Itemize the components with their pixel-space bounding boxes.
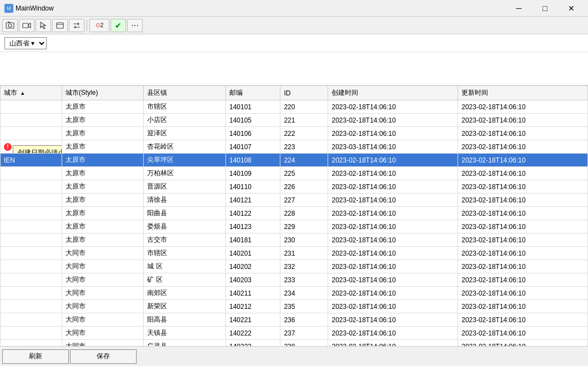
col-header-zip[interactable]: 邮编 bbox=[225, 86, 280, 100]
table-row[interactable]: tEN太原市尖草坪区1401082242023-02-18T14:06:1020… bbox=[1, 154, 588, 167]
toolbar: ⊙2 ✔ ⋯ bbox=[0, 17, 588, 34]
bottom-bar: 刷新 保存 bbox=[0, 346, 588, 366]
cell-updated: 2023-02-18T14:06:10 bbox=[458, 313, 588, 327]
table-row[interactable]: 太原市万柏林区1401092252023-02-18T14:06:102023-… bbox=[1, 167, 588, 180]
cell-city bbox=[1, 287, 62, 300]
table-row[interactable]: 太原市清徐县1401212272023-02-18T14:06:102023-0… bbox=[1, 194, 588, 207]
cell-county: 南郊区 bbox=[144, 287, 226, 300]
col-header-county[interactable]: 县区镇 bbox=[144, 86, 226, 100]
cell-city bbox=[1, 220, 62, 233]
col-header-updated[interactable]: 更新时间 bbox=[458, 86, 588, 100]
table-row[interactable]: 大同市阳高县1402212362023-02-18T14:06:102023-0… bbox=[1, 313, 588, 327]
cell-updated: 2023-02-18T14:06:10 bbox=[458, 167, 588, 180]
cell-city-style: 太原市 bbox=[62, 114, 144, 127]
spacer-area bbox=[0, 52, 588, 85]
cell-city: tEN bbox=[1, 154, 62, 167]
minimize-button[interactable]: ─ bbox=[506, 0, 531, 17]
cell-zip: 140221 bbox=[225, 313, 280, 327]
cell-city bbox=[1, 194, 62, 207]
table-row[interactable]: 大同市天镇县1402222372023-02-18T14:06:102023-0… bbox=[1, 327, 588, 340]
tb-exchange-icon[interactable] bbox=[69, 19, 84, 32]
cell-city bbox=[1, 100, 62, 114]
cell-updated: 2023-02-18T14:06:10 bbox=[458, 327, 588, 340]
cell-updated: 2023-02-18T14:06:10 bbox=[458, 340, 588, 347]
app-icon: M bbox=[4, 4, 13, 13]
tb-screenshot-icon[interactable] bbox=[2, 19, 18, 32]
col-header-id[interactable]: ID bbox=[280, 86, 328, 100]
tb-more-icon[interactable]: ⋯ bbox=[127, 19, 143, 32]
data-table: 城市 ▲ 城市(Style) 县区镇 邮编 ID 创建时间 更新时间 太原市市辖… bbox=[0, 85, 588, 346]
cell-city bbox=[1, 180, 62, 194]
table-row[interactable]: 大同市城 区1402022322023-02-18T14:06:102023-0… bbox=[1, 260, 588, 273]
cell-id: 225 bbox=[280, 167, 328, 180]
cell-created: 2023-02-18T14:06:10 bbox=[328, 194, 458, 207]
province-select[interactable]: 山西省 ▾ 北京市 河北省 bbox=[4, 37, 47, 49]
svg-marker-4 bbox=[28, 23, 31, 28]
table-row[interactable]: 太原市市辖区1401012202023-02-18T14:06:102023-0… bbox=[1, 100, 588, 114]
cell-zip: 140101 bbox=[225, 100, 280, 114]
table-row[interactable]: 太原市阳曲县1401222282023-02-18T14:06:102023-0… bbox=[1, 207, 588, 220]
cell-id: 230 bbox=[280, 233, 328, 247]
cell-updated: 2023-02-18T14:06:10 bbox=[458, 247, 588, 260]
tb-select-icon[interactable] bbox=[36, 19, 51, 32]
cell-zip: 140110 bbox=[225, 180, 280, 194]
refresh-button[interactable]: 刷新 bbox=[2, 349, 69, 364]
table-row[interactable]: 太原市小店区1401052212023-02-18T14:06:102023-0… bbox=[1, 114, 588, 127]
maximize-button[interactable]: □ bbox=[532, 0, 557, 17]
cell-city bbox=[1, 340, 62, 347]
cell-county: 矿 区 bbox=[144, 273, 226, 287]
cell-created: 2023-02-18T14:06:10 bbox=[328, 260, 458, 273]
svg-point-2 bbox=[8, 24, 12, 27]
tb-video-icon[interactable] bbox=[19, 19, 34, 32]
cell-id: 223 bbox=[280, 140, 328, 154]
table-row[interactable]: 太原市迎泽区1401062222023-02-18T14:06:102023-0… bbox=[1, 127, 588, 140]
cell-county: 迎泽区 bbox=[144, 127, 226, 140]
table-row[interactable]: 太原市古交市1401812302023-02-18T14:06:102023-0… bbox=[1, 233, 588, 247]
data-table-container[interactable]: 城市 ▲ 城市(Style) 县区镇 邮编 ID 创建时间 更新时间 太原市市辖… bbox=[0, 85, 588, 346]
table-row[interactable]: 大同市新荣区1402122352023-02-18T14:06:102023-0… bbox=[1, 300, 588, 313]
cell-created: 2023-02-18T14:06:10 bbox=[328, 233, 458, 247]
tb-record-icon[interactable]: ⊙2 bbox=[89, 19, 109, 32]
cell-zip: 140212 bbox=[225, 300, 280, 313]
cell-city-style: 太原市 bbox=[62, 220, 144, 233]
table-row[interactable]: 大同市南郊区1402112342023-02-18T14:06:102023-0… bbox=[1, 287, 588, 300]
cell-county: 万柏林区 bbox=[144, 167, 226, 180]
window-title: MainWindow bbox=[16, 4, 506, 12]
table-row[interactable]: 大同市市辖区1402012312023-02-18T14:06:102023-0… bbox=[1, 247, 588, 260]
cell-city bbox=[1, 207, 62, 220]
cell-updated: 2023-02-18T14:06:10 bbox=[458, 260, 588, 273]
table-row[interactable]: 太原市娄烦县1401232292023-02-18T14:06:102023-0… bbox=[1, 220, 588, 233]
close-button[interactable]: ✕ bbox=[559, 0, 584, 17]
cell-city bbox=[1, 114, 62, 127]
col-header-city[interactable]: 城市 ▲ bbox=[1, 86, 62, 100]
cell-zip: 140106 bbox=[225, 127, 280, 140]
col-header-city-style[interactable]: 城市(Style) bbox=[62, 86, 144, 100]
cell-county: 城 区 bbox=[144, 260, 226, 273]
tb-window-icon[interactable] bbox=[52, 19, 68, 32]
cell-updated: 2023-02-18T14:06:10 bbox=[458, 194, 588, 207]
cell-created: 2023-02-18T14:06:10 bbox=[328, 127, 458, 140]
svg-rect-3 bbox=[23, 23, 28, 28]
cell-zip: 140122 bbox=[225, 207, 280, 220]
cell-city bbox=[1, 300, 62, 313]
table-row[interactable]: !创建日期必须小于等于更新日期。太原市杏花岭区1401072232023-03-… bbox=[1, 140, 588, 154]
cell-zip: 140123 bbox=[225, 220, 280, 233]
cell-created: 2023-03-18T14:06:10 bbox=[328, 140, 458, 154]
save-button[interactable]: 保存 bbox=[70, 349, 137, 364]
cell-county: 天镇县 bbox=[144, 327, 226, 340]
table-row[interactable]: 大同市矿 区1402032332023-02-18T14:06:102023-0… bbox=[1, 273, 588, 287]
table-row[interactable]: 太原市晋源区1401102262023-02-18T14:06:102023-0… bbox=[1, 180, 588, 194]
tb-check-icon[interactable]: ✔ bbox=[110, 19, 126, 32]
cell-city-style: 大同市 bbox=[62, 327, 144, 340]
cell-county: 杏花岭区 bbox=[144, 140, 226, 154]
cell-city: !创建日期必须小于等于更新日期。 bbox=[1, 140, 62, 154]
table-row[interactable]: 大同市广灵县1402232382023-02-18T14:06:102023-0… bbox=[1, 340, 588, 347]
col-header-created[interactable]: 创建时间 bbox=[328, 86, 458, 100]
cell-updated: 2023-02-18T14:06:10 bbox=[458, 180, 588, 194]
cell-zip: 140108 bbox=[225, 154, 280, 167]
cell-id: 220 bbox=[280, 100, 328, 114]
cell-created: 2023-02-18T14:06:10 bbox=[328, 247, 458, 260]
cell-created: 2023-02-18T14:06:10 bbox=[328, 154, 458, 167]
table-header-row: 城市 ▲ 城市(Style) 县区镇 邮编 ID 创建时间 更新时间 bbox=[1, 86, 588, 100]
validation-tooltip: 创建日期必须小于等于更新日期。 bbox=[13, 145, 62, 154]
